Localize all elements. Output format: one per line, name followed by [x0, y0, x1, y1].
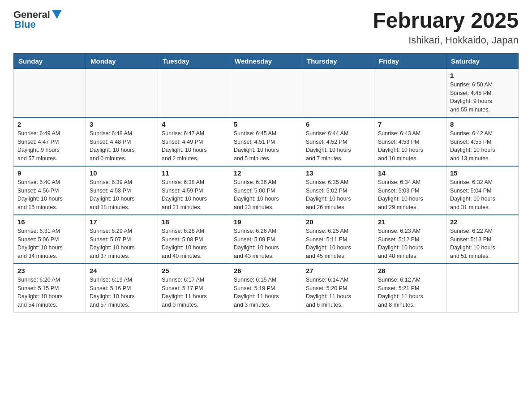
- day-number: 11: [162, 169, 226, 177]
- calendar-cell: 15Sunrise: 6:32 AMSunset: 5:04 PMDayligh…: [446, 166, 519, 215]
- day-info: Sunrise: 6:40 AMSunset: 4:56 PMDaylight:…: [17, 178, 82, 212]
- day-info: Sunrise: 6:14 AMSunset: 5:20 PMDaylight:…: [306, 276, 370, 309]
- week-row-5: 23Sunrise: 6:20 AMSunset: 5:15 PMDayligh…: [14, 264, 519, 313]
- calendar-cell: 11Sunrise: 6:38 AMSunset: 4:59 PMDayligh…: [158, 166, 230, 215]
- day-info: Sunrise: 6:35 AMSunset: 5:02 PMDaylight:…: [306, 178, 370, 212]
- week-row-3: 9Sunrise: 6:40 AMSunset: 4:56 PMDaylight…: [14, 166, 519, 215]
- calendar-cell: 12Sunrise: 6:36 AMSunset: 5:00 PMDayligh…: [230, 166, 302, 215]
- day-number: 26: [234, 267, 298, 274]
- svg-marker-0: [52, 10, 62, 19]
- day-number: 20: [306, 218, 370, 226]
- header-friday: Friday: [374, 53, 446, 68]
- day-number: 3: [90, 120, 154, 128]
- logo-triangle-icon: [52, 10, 62, 19]
- day-info: Sunrise: 6:12 AMSunset: 5:21 PMDaylight:…: [378, 276, 442, 309]
- page-header: General Blue February 2025 Ishikari, Hok…: [13, 9, 519, 46]
- day-info: Sunrise: 6:48 AMSunset: 4:48 PMDaylight:…: [90, 129, 154, 163]
- day-number: 25: [162, 267, 226, 274]
- day-info: Sunrise: 6:42 AMSunset: 4:55 PMDaylight:…: [450, 129, 515, 163]
- calendar-cell: 9Sunrise: 6:40 AMSunset: 4:56 PMDaylight…: [14, 166, 86, 215]
- day-number: 16: [17, 218, 82, 226]
- calendar-cell: 21Sunrise: 6:23 AMSunset: 5:12 PMDayligh…: [374, 215, 446, 264]
- day-info: Sunrise: 6:39 AMSunset: 4:58 PMDaylight:…: [90, 178, 154, 212]
- page-title: February 2025: [373, 9, 519, 33]
- day-number: 13: [306, 169, 370, 177]
- calendar-cell: 13Sunrise: 6:35 AMSunset: 5:02 PMDayligh…: [302, 166, 374, 215]
- day-number: 17: [90, 218, 154, 226]
- calendar-cell: 24Sunrise: 6:19 AMSunset: 5:16 PMDayligh…: [86, 264, 158, 313]
- header-monday: Monday: [86, 53, 158, 68]
- day-info: Sunrise: 6:22 AMSunset: 5:13 PMDaylight:…: [450, 227, 515, 261]
- header-thursday: Thursday: [302, 53, 374, 68]
- day-info: Sunrise: 6:20 AMSunset: 5:15 PMDaylight:…: [17, 276, 82, 309]
- calendar-cell: 3Sunrise: 6:48 AMSunset: 4:48 PMDaylight…: [86, 117, 158, 166]
- logo: General Blue: [13, 9, 62, 30]
- day-info: Sunrise: 6:47 AMSunset: 4:49 PMDaylight:…: [162, 129, 226, 163]
- day-number: 21: [378, 218, 442, 226]
- day-number: 7: [378, 120, 442, 128]
- day-info: Sunrise: 6:38 AMSunset: 4:59 PMDaylight:…: [162, 178, 226, 212]
- day-info: Sunrise: 6:28 AMSunset: 5:08 PMDaylight:…: [162, 227, 226, 261]
- calendar-cell: 26Sunrise: 6:15 AMSunset: 5:19 PMDayligh…: [230, 264, 302, 313]
- title-block: February 2025 Ishikari, Hokkaido, Japan: [373, 9, 519, 46]
- calendar-cell: [374, 68, 446, 117]
- day-number: 15: [450, 169, 515, 177]
- day-info: Sunrise: 6:31 AMSunset: 5:06 PMDaylight:…: [17, 227, 82, 261]
- calendar-cell: 17Sunrise: 6:29 AMSunset: 5:07 PMDayligh…: [86, 215, 158, 264]
- header-tuesday: Tuesday: [158, 53, 230, 68]
- day-number: 18: [162, 218, 226, 226]
- calendar-table: Sunday Monday Tuesday Wednesday Thursday…: [13, 53, 519, 313]
- header-sunday: Sunday: [14, 53, 86, 68]
- day-info: Sunrise: 6:25 AMSunset: 5:11 PMDaylight:…: [306, 227, 370, 261]
- day-number: 8: [450, 120, 515, 128]
- calendar-cell: 19Sunrise: 6:26 AMSunset: 5:09 PMDayligh…: [230, 215, 302, 264]
- calendar-cell: 25Sunrise: 6:17 AMSunset: 5:17 PMDayligh…: [158, 264, 230, 313]
- day-number: 22: [450, 218, 515, 226]
- day-info: Sunrise: 6:26 AMSunset: 5:09 PMDaylight:…: [234, 227, 298, 261]
- calendar-cell: 20Sunrise: 6:25 AMSunset: 5:11 PMDayligh…: [302, 215, 374, 264]
- week-row-4: 16Sunrise: 6:31 AMSunset: 5:06 PMDayligh…: [14, 215, 519, 264]
- day-info: Sunrise: 6:29 AMSunset: 5:07 PMDaylight:…: [90, 227, 154, 261]
- day-info: Sunrise: 6:34 AMSunset: 5:03 PMDaylight:…: [378, 178, 442, 212]
- calendar-cell: [302, 68, 374, 117]
- day-number: 5: [234, 120, 298, 128]
- calendar-cell: [14, 68, 86, 117]
- calendar-cell: 1Sunrise: 6:50 AMSunset: 4:45 PMDaylight…: [446, 68, 519, 117]
- page-subtitle: Ishikari, Hokkaido, Japan: [373, 34, 519, 46]
- day-number: 19: [234, 218, 298, 226]
- logo-blue: Blue: [14, 19, 36, 30]
- calendar-cell: 10Sunrise: 6:39 AMSunset: 4:58 PMDayligh…: [86, 166, 158, 215]
- calendar-cell: 28Sunrise: 6:12 AMSunset: 5:21 PMDayligh…: [374, 264, 446, 313]
- day-number: 1: [450, 72, 515, 79]
- day-info: Sunrise: 6:49 AMSunset: 4:47 PMDaylight:…: [17, 129, 82, 163]
- day-info: Sunrise: 6:15 AMSunset: 5:19 PMDaylight:…: [234, 276, 298, 309]
- day-info: Sunrise: 6:44 AMSunset: 4:52 PMDaylight:…: [306, 129, 370, 163]
- day-number: 27: [306, 267, 370, 274]
- calendar-cell: 16Sunrise: 6:31 AMSunset: 5:06 PMDayligh…: [14, 215, 86, 264]
- day-info: Sunrise: 6:19 AMSunset: 5:16 PMDaylight:…: [90, 276, 154, 309]
- day-number: 2: [17, 120, 82, 128]
- calendar-cell: 23Sunrise: 6:20 AMSunset: 5:15 PMDayligh…: [14, 264, 86, 313]
- day-number: 9: [17, 169, 82, 177]
- day-info: Sunrise: 6:43 AMSunset: 4:53 PMDaylight:…: [378, 129, 442, 163]
- calendar-cell: 7Sunrise: 6:43 AMSunset: 4:53 PMDaylight…: [374, 117, 446, 166]
- day-number: 14: [378, 169, 442, 177]
- header-wednesday: Wednesday: [230, 53, 302, 68]
- calendar-cell: [230, 68, 302, 117]
- calendar-cell: 6Sunrise: 6:44 AMSunset: 4:52 PMDaylight…: [302, 117, 374, 166]
- calendar-cell: 22Sunrise: 6:22 AMSunset: 5:13 PMDayligh…: [446, 215, 519, 264]
- calendar-cell: 4Sunrise: 6:47 AMSunset: 4:49 PMDaylight…: [158, 117, 230, 166]
- day-number: 28: [378, 267, 442, 274]
- header-saturday: Saturday: [446, 53, 519, 68]
- day-number: 24: [90, 267, 154, 274]
- week-row-1: 1Sunrise: 6:50 AMSunset: 4:45 PMDaylight…: [14, 68, 519, 117]
- day-info: Sunrise: 6:32 AMSunset: 5:04 PMDaylight:…: [450, 178, 515, 212]
- day-info: Sunrise: 6:23 AMSunset: 5:12 PMDaylight:…: [378, 227, 442, 261]
- calendar-cell: [86, 68, 158, 117]
- day-info: Sunrise: 6:50 AMSunset: 4:45 PMDaylight:…: [450, 81, 515, 114]
- calendar-cell: [446, 264, 519, 313]
- calendar-cell: 18Sunrise: 6:28 AMSunset: 5:08 PMDayligh…: [158, 215, 230, 264]
- day-number: 23: [17, 267, 82, 274]
- day-info: Sunrise: 6:17 AMSunset: 5:17 PMDaylight:…: [162, 276, 226, 309]
- weekday-header-row: Sunday Monday Tuesday Wednesday Thursday…: [14, 53, 519, 68]
